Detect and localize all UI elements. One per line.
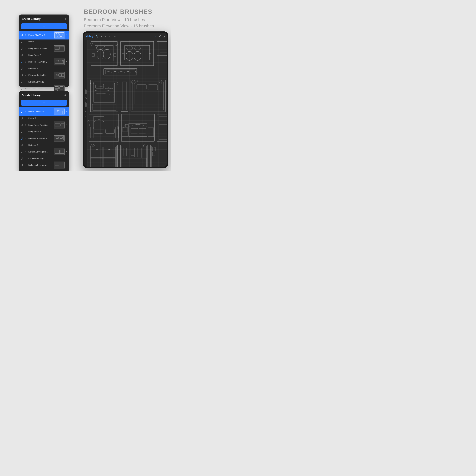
- list-item[interactable]: Bedroom 2: [19, 143, 69, 147]
- eraser-icon[interactable]: ◻: [163, 35, 165, 38]
- svg-rect-60: [90, 127, 93, 138]
- list-item[interactable]: Bathroom 2: [19, 170, 69, 171]
- svg-rect-12: [123, 44, 151, 63]
- svg-rect-34: [96, 84, 104, 89]
- cat-thumbnail: [54, 71, 65, 79]
- svg-point-10: [115, 43, 118, 46]
- svg-rect-90: [89, 145, 118, 167]
- undo-icon[interactable]: ↩: [85, 110, 86, 112]
- add-button-top[interactable]: +: [64, 17, 67, 21]
- svg-rect-160: [55, 166, 57, 168]
- new-brush-btn-bottom[interactable]: +: [21, 100, 67, 106]
- cat-thumbnail: [54, 121, 65, 129]
- arrow-icon[interactable]: ↗: [108, 35, 110, 37]
- panel-title-bottom: Brush Library: [22, 94, 41, 97]
- sidebar-handle-bottom[interactable]: [85, 102, 86, 107]
- svg-rect-148: [55, 124, 60, 127]
- main-title: BEDROOM BRUSHES: [84, 8, 164, 15]
- svg-rect-144: [60, 86, 64, 89]
- pencil-icon[interactable]: /: [155, 35, 156, 38]
- list-item[interactable]: 2 Living Room Plan Vie... ✓: [19, 44, 69, 53]
- svg-point-17: [134, 51, 141, 60]
- svg-rect-31: [90, 80, 118, 112]
- list-item[interactable]: People 2: [19, 39, 69, 44]
- cat-thumbnail: [54, 148, 65, 155]
- svg-point-5: [97, 50, 104, 59]
- svg-rect-96: [96, 149, 98, 150]
- svg-rect-19: [149, 53, 151, 56]
- cat-name: Living Room Plan Vie...: [28, 124, 53, 126]
- tablet-canvas[interactable]: ↩ ↪: [84, 40, 167, 167]
- add-button-bottom[interactable]: +: [64, 93, 67, 98]
- cat-thumbnail: [54, 45, 65, 52]
- category-list-bottom: 1 People Plan View 2 ✓ People 2: [19, 107, 69, 171]
- list-item[interactable]: Kitchen & Dining 2: [19, 80, 69, 84]
- adjust-icon[interactable]: ✦: [101, 35, 102, 37]
- list-item[interactable]: People 2: [19, 116, 69, 120]
- brush-icon: [21, 144, 24, 147]
- list-item[interactable]: 4 Kitchen & Dining Pla... ✓: [19, 71, 69, 80]
- num-badge: 3: [25, 61, 28, 63]
- sidebar-square[interactable]: [85, 98, 86, 99]
- brush-icon: [21, 80, 24, 83]
- svg-rect-77: [158, 115, 167, 140]
- list-item[interactable]: Bedroom 2: [19, 66, 69, 71]
- svg-rect-38: [92, 104, 116, 110]
- svg-rect-146: [54, 109, 65, 114]
- list-item[interactable]: Living Room 2: [19, 53, 69, 57]
- list-item[interactable]: Kitchen & Dining 2: [19, 156, 69, 161]
- num-badge: 1: [25, 111, 28, 113]
- cat-name: Kitchen & Dining 2: [28, 81, 67, 83]
- cat-name: Kitchen & Dining Pla...: [28, 151, 53, 153]
- list-item[interactable]: 4 Kitchen & Dining Pla... ✓: [19, 147, 69, 156]
- svg-rect-117: [153, 147, 154, 151]
- cat-thumbnail: [54, 108, 65, 115]
- list-item[interactable]: 3 Bedroom Plan View 2 ✓: [19, 134, 69, 143]
- list-item[interactable]: 3 Bedroom Plan View 2 ✓: [19, 57, 69, 66]
- brush-icon: [21, 34, 24, 37]
- canvas-drawings: [87, 40, 167, 167]
- svg-rect-93: [103, 147, 116, 157]
- cat-thumbnail: [54, 135, 65, 142]
- canvas-svg: [87, 40, 167, 167]
- wrench-icon[interactable]: 🔧: [96, 35, 98, 37]
- svg-rect-159: [60, 163, 64, 166]
- path-icon[interactable]: S: [104, 35, 106, 37]
- panel-title-top: Brush Library: [22, 17, 41, 21]
- check-icon: ✓: [66, 74, 67, 76]
- list-item[interactable]: Living Room 2: [19, 129, 69, 134]
- check-icon: ✓: [66, 34, 67, 36]
- svg-rect-67: [121, 114, 154, 141]
- check-icon: ✓: [66, 111, 67, 113]
- cat-name: Living Room 2: [28, 54, 67, 56]
- svg-rect-106: [127, 148, 130, 158]
- svg-rect-78: [159, 116, 167, 124]
- list-item[interactable]: 2 Living Room Plan Vie... ✓: [19, 120, 69, 129]
- svg-rect-156: [60, 150, 64, 154]
- svg-point-15: [134, 46, 141, 50]
- svg-point-14: [126, 46, 133, 50]
- gallery-button[interactable]: Gallery: [86, 35, 93, 37]
- brush-icon: [21, 124, 24, 127]
- brush-icon[interactable]: 🖌: [158, 35, 161, 38]
- svg-rect-118: [154, 147, 155, 151]
- category-list-top: 1 People Plan View 2 ✓ People 2: [19, 31, 69, 98]
- svg-rect-152: [56, 137, 58, 139]
- new-brush-btn-top[interactable]: +: [21, 23, 67, 29]
- toolbar-icons: 🔧 ✦ S ↗ •••: [96, 35, 155, 38]
- svg-point-101: [116, 143, 117, 144]
- svg-rect-35: [105, 84, 113, 89]
- svg-rect-41: [131, 80, 165, 112]
- sidebar-handle-top[interactable]: [85, 89, 86, 94]
- svg-rect-92: [90, 147, 103, 157]
- redo-icon[interactable]: ↪: [85, 115, 86, 117]
- list-item[interactable]: 1 People Plan View 2 ✓: [19, 31, 69, 39]
- more-options-icon[interactable]: •••: [114, 35, 117, 38]
- list-item[interactable]: 5 Bathroom Plan View 2 ✓: [19, 161, 69, 170]
- cat-name: Living Room 2: [28, 131, 67, 133]
- svg-rect-143: [55, 86, 59, 89]
- tablet-sidebar: ↩ ↪: [84, 40, 87, 167]
- list-item[interactable]: 1 People Plan View 2 ✓: [19, 107, 69, 116]
- svg-rect-151: [55, 136, 64, 140]
- svg-rect-61: [116, 127, 119, 138]
